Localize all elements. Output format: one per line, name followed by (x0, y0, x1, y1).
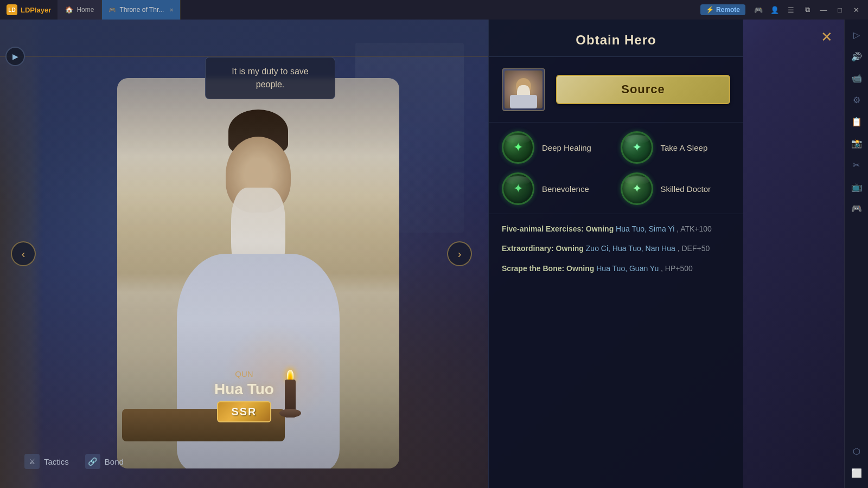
nav-arrow-right[interactable]: › (447, 241, 472, 266)
bond-3-suffix: , HP+500 (661, 264, 693, 273)
tactics-icon: ⚔ (24, 454, 40, 469)
candle-flame (287, 370, 293, 381)
hero-info-row: Source (489, 57, 743, 123)
bond-button[interactable]: 🔗 Bond (85, 454, 124, 469)
title-bar-controls: ⚡ Remote 🎮 👤 ☰ ⧉ — □ ✕ (700, 3, 868, 16)
remote-icon: ⚡ (706, 6, 714, 14)
bond-2-title: Extraordinary: Owning (502, 244, 586, 253)
bond-3-title: Scrape the Bone: Owning (502, 264, 596, 273)
skills-section: ✦ Deep Healing ✦ Take A Sleep ✦ Benev (489, 123, 743, 214)
hero-faction: QUN (214, 369, 274, 378)
maximize-button[interactable]: □ (832, 3, 847, 16)
nav-arrow-left[interactable]: ‹ (11, 241, 36, 266)
sidebar-icon-2[interactable]: 🔊 (847, 47, 866, 66)
source-button[interactable]: Source (556, 75, 730, 104)
bond-icon: 🔗 (85, 454, 100, 469)
take-sleep-label: Take A Sleep (661, 143, 708, 152)
tactics-button[interactable]: ⚔ Tactics (24, 454, 69, 469)
take-sleep-inner: ✦ (632, 140, 642, 155)
bond-item-2: Extraordinary: Owning Zuo Ci, Hua Tuo, N… (502, 242, 730, 254)
tab-game-label: Throne of Thr... (119, 6, 164, 14)
tactics-label: Tactics (44, 457, 69, 466)
minimize-button[interactable]: — (816, 3, 831, 16)
hero-name-area: QUN Hua Tuo SSR (214, 369, 274, 422)
right-sidebar: ▷ 🔊 📹 ⚙ 📋 📸 ✂ 📺 🎮 ⬡ ⬜ (844, 20, 868, 488)
bottom-buttons: ⚔ Tactics 🔗 Bond (24, 454, 124, 469)
sidebar-icon-7[interactable]: ✂ (847, 155, 866, 175)
home-icon: 🏠 (65, 6, 73, 14)
bond-3-names: Hua Tuo, Guan Yu (596, 264, 659, 273)
remote-button[interactable]: ⚡ Remote (700, 4, 745, 15)
skilled-doctor-inner: ✦ (632, 182, 642, 196)
deep-healing-inner: ✦ (513, 140, 523, 155)
tab-home[interactable]: 🏠 Home (58, 0, 102, 20)
candle-base (279, 409, 301, 418)
benevolence-inner: ✦ (513, 182, 523, 196)
sidebar-icon-11[interactable]: ⬜ (847, 463, 866, 483)
candle-area (269, 352, 312, 418)
obtain-hero-title: Obtain Hero (489, 20, 743, 57)
menu-button[interactable]: ☰ (783, 3, 799, 16)
benevolence-label: Benevolence (542, 184, 589, 194)
sidebar-icon-9[interactable]: 🎮 (847, 198, 866, 218)
close-button[interactable]: ✕ (848, 3, 864, 16)
sidebar-icon-8[interactable]: 📺 (847, 177, 866, 196)
user-button[interactable]: 👤 (767, 3, 782, 16)
bond-label: Bond (105, 457, 124, 466)
game-area: It is my duty to save people. ▶ ‹ › QUN … (0, 20, 844, 488)
skilled-doctor-label: Skilled Doctor (661, 184, 711, 194)
ldplayer-icon: LD (7, 4, 17, 15)
thumb-robe (510, 95, 537, 108)
panel-close-button[interactable]: ✕ (817, 27, 837, 47)
sidebar-icon-3[interactable]: 📹 (847, 68, 866, 88)
bond-section: Five-animal Exercises: Owning Hua Tuo, S… (489, 214, 743, 291)
deep-healing-label: Deep Healing (542, 143, 591, 152)
sidebar-icon-5[interactable]: 📋 (847, 112, 866, 131)
hero-name: Hua Tuo (214, 381, 274, 398)
window-button[interactable]: ⧉ (800, 3, 815, 16)
sidebar-icon-6[interactable]: 📸 (847, 133, 866, 153)
chevron-left-icon: ‹ (22, 248, 25, 260)
tab-close-icon[interactable]: ✕ (169, 7, 174, 13)
skill-skilled-doctor: ✦ Skilled Doctor (621, 172, 731, 205)
bond-item-1: Five-animal Exercises: Owning Hua Tuo, S… (502, 223, 730, 235)
bond-item-3: Scrape the Bone: Owning Hua Tuo, Guan Yu… (502, 262, 730, 274)
bond-2-suffix: , DEF+50 (678, 244, 710, 253)
skilled-doctor-icon: ✦ (621, 172, 653, 205)
tab-game[interactable]: 🎮 Throne of Thr... ✕ (102, 0, 181, 20)
hero-thumbnail (502, 68, 545, 111)
sidebar-icon-1[interactable]: ▷ (847, 25, 866, 44)
skill-take-sleep: ✦ Take A Sleep (621, 131, 731, 164)
sidebar-icon-10[interactable]: ⬡ (847, 441, 866, 461)
tab-home-label: Home (76, 6, 94, 14)
hero-art-area: It is my duty to save people. ▶ ‹ › QUN … (0, 20, 488, 488)
bond-2-names: Zuo Ci, Hua Tuo, Nan Hua (586, 244, 675, 253)
hero-quote: It is my duty to save people. (232, 67, 308, 89)
gamepad-button[interactable]: 🎮 (751, 3, 766, 16)
speech-bubble: It is my duty to save people. (205, 57, 335, 99)
bg-roof-beam (0, 20, 488, 57)
obtain-hero-panel: Obtain Hero Source ✦ (488, 20, 743, 488)
game-tab-icon: 🎮 (108, 7, 116, 14)
chevron-right-icon: › (458, 248, 462, 260)
app-name: LDPlayer (21, 6, 51, 14)
title-bar: LD LDPlayer 🏠 Home 🎮 Throne of Thr... ✕ … (0, 0, 868, 20)
skill-deep-healing: ✦ Deep Healing (502, 131, 612, 164)
bond-1-suffix: , ATK+100 (676, 224, 712, 233)
take-sleep-icon: ✦ (621, 131, 653, 164)
app-logo: LD LDPlayer (0, 4, 58, 15)
benevolence-icon: ✦ (502, 172, 534, 205)
bond-1-title: Five-animal Exercises: Owning (502, 224, 616, 233)
hero-thumb-inner (505, 70, 542, 108)
deep-healing-icon: ✦ (502, 131, 534, 164)
remote-label: Remote (716, 6, 740, 14)
bond-1-names: Hua Tuo, Sima Yi (616, 224, 674, 233)
skill-benevolence: ✦ Benevolence (502, 172, 612, 205)
sidebar-icon-4[interactable]: ⚙ (847, 90, 866, 110)
skills-grid: ✦ Deep Healing ✦ Take A Sleep ✦ Benev (502, 131, 730, 205)
hero-rarity-badge: SSR (217, 401, 271, 422)
play-button[interactable]: ▶ (5, 47, 25, 66)
source-label: Source (621, 82, 665, 97)
